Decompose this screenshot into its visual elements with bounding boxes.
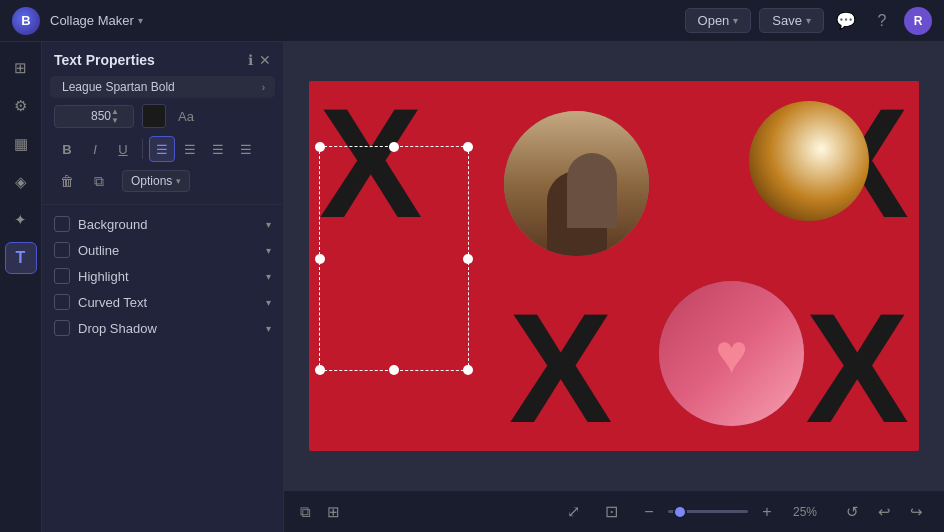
- sidebar-item-elements[interactable]: ✦: [5, 204, 37, 236]
- photo-circle-couple[interactable]: [504, 111, 649, 256]
- canvas-container[interactable]: X X X X: [284, 42, 944, 490]
- handle-mid-left[interactable]: [315, 254, 325, 264]
- size-input[interactable]: [61, 109, 111, 123]
- highlight-property-row[interactable]: Highlight ▾: [42, 263, 283, 289]
- background-property-row[interactable]: Background ▾: [42, 211, 283, 237]
- sidebar-item-grid[interactable]: ▦: [5, 128, 37, 160]
- highlight-checkbox[interactable]: [54, 268, 70, 284]
- text-case-icon[interactable]: Aa: [178, 109, 194, 124]
- zoom-out-button[interactable]: −: [638, 501, 660, 523]
- refresh-icon: ↺: [846, 503, 859, 521]
- panel-header: Text Properties ℹ ✕: [42, 42, 283, 76]
- sidebar-item-layout[interactable]: ⊞: [5, 52, 37, 84]
- chat-icon-btn[interactable]: 💬: [832, 7, 860, 35]
- open-chevron: ▾: [733, 15, 738, 26]
- sidebar-item-shapes[interactable]: ◈: [5, 166, 37, 198]
- curved-text-chevron: ▾: [266, 297, 271, 308]
- highlight-label: Highlight: [78, 269, 258, 284]
- bottom-right-actions: ↺ ↩ ↪: [840, 500, 928, 524]
- help-icon-btn[interactable]: ?: [868, 7, 896, 35]
- info-icon[interactable]: ℹ: [248, 52, 253, 68]
- font-selector[interactable]: League Spartan Bold ›: [50, 76, 275, 98]
- fit-view-button[interactable]: ⤢: [562, 501, 584, 523]
- size-down-btn[interactable]: ▼: [111, 117, 119, 125]
- handle-top-right[interactable]: [463, 142, 473, 152]
- redo-button[interactable]: ↪: [904, 500, 928, 524]
- crop-icon: ⊡: [605, 502, 618, 521]
- user-initial: R: [914, 14, 923, 28]
- layers-icon[interactable]: ⧉: [300, 503, 311, 521]
- align-right-icon: ☰: [212, 142, 224, 157]
- close-icon[interactable]: ✕: [259, 52, 271, 68]
- curved-text-checkbox[interactable]: [54, 294, 70, 310]
- topbar: B Collage Maker ▾ Open ▾ Save ▾ 💬 ? R: [0, 0, 944, 42]
- outline-checkbox[interactable]: [54, 242, 70, 258]
- drop-shadow-label: Drop Shadow: [78, 321, 258, 336]
- photo-circle-kiss[interactable]: [749, 101, 869, 221]
- options-label: Options: [131, 174, 172, 188]
- zoom-slider[interactable]: [668, 510, 748, 513]
- handle-bot-center[interactable]: [389, 365, 399, 375]
- user-avatar[interactable]: R: [904, 7, 932, 35]
- bold-button[interactable]: B: [54, 136, 80, 162]
- crop-button[interactable]: ⊡: [600, 501, 622, 523]
- outline-property-row[interactable]: Outline ▾: [42, 237, 283, 263]
- sidebar-icons: ⊞ ⚙ ▦ ◈ ✦ T: [0, 42, 42, 532]
- font-name-label: League Spartan Bold: [62, 80, 175, 94]
- undo-icon: ↩: [878, 503, 891, 521]
- handle-bot-right[interactable]: [463, 365, 473, 375]
- zoom-in-button[interactable]: +: [756, 501, 778, 523]
- photo-circle-heart[interactable]: [659, 281, 804, 426]
- drop-shadow-property-row[interactable]: Drop Shadow ▾: [42, 315, 283, 341]
- panel-divider-1: [42, 204, 283, 205]
- size-row: ▲ ▼ Aa: [42, 98, 283, 134]
- open-label: Open: [698, 13, 730, 28]
- format-row: B I U ☰ ☰ ☰ ☰: [42, 134, 283, 164]
- outline-label: Outline: [78, 243, 258, 258]
- logo-letter: B: [21, 13, 30, 28]
- align-left-button[interactable]: ☰: [149, 136, 175, 162]
- background-checkbox[interactable]: [54, 216, 70, 232]
- align-right-button[interactable]: ☰: [205, 136, 231, 162]
- italic-button[interactable]: I: [82, 136, 108, 162]
- undo-button[interactable]: ↩: [872, 500, 896, 524]
- delete-button[interactable]: 🗑: [54, 168, 80, 194]
- drop-shadow-checkbox[interactable]: [54, 320, 70, 336]
- duplicate-button[interactable]: ⧉: [86, 168, 112, 194]
- sidebar-item-text[interactable]: T: [5, 242, 37, 274]
- open-button[interactable]: Open ▾: [685, 8, 752, 33]
- curved-text-property-row[interactable]: Curved Text ▾: [42, 289, 283, 315]
- color-swatch[interactable]: [142, 104, 166, 128]
- handle-mid-right[interactable]: [463, 254, 473, 264]
- x-letter-bottom-left: X: [509, 291, 612, 446]
- refresh-button[interactable]: ↺: [840, 500, 864, 524]
- properties-panel: Text Properties ℹ ✕ League Spartan Bold …: [42, 42, 284, 532]
- grid-toggle-icon[interactable]: ⊞: [327, 503, 340, 521]
- chat-icon: 💬: [836, 11, 856, 30]
- underline-button[interactable]: U: [110, 136, 136, 162]
- text-icon: T: [16, 249, 26, 267]
- panel-title: Text Properties: [54, 52, 242, 68]
- align-justify-icon: ☰: [240, 142, 252, 157]
- save-button[interactable]: Save ▾: [759, 8, 824, 33]
- main-body: ⊞ ⚙ ▦ ◈ ✦ T Text Properties ℹ ✕ League S…: [0, 42, 944, 532]
- app-logo[interactable]: B: [12, 7, 40, 35]
- background-label: Background: [78, 217, 258, 232]
- app-name-label: Collage Maker: [50, 13, 134, 28]
- save-label: Save: [772, 13, 802, 28]
- size-input-wrap: ▲ ▼: [54, 105, 134, 128]
- canvas-area: X X X X: [284, 42, 944, 532]
- trash-icon: 🗑: [60, 173, 74, 189]
- sidebar-item-adjustments[interactable]: ⚙: [5, 90, 37, 122]
- app-name-chevron: ▾: [138, 15, 143, 26]
- collage-canvas[interactable]: X X X X: [309, 81, 919, 451]
- align-justify-button[interactable]: ☰: [233, 136, 259, 162]
- help-icon: ?: [878, 12, 887, 30]
- options-button[interactable]: Options ▾: [122, 170, 190, 192]
- handle-bot-left[interactable]: [315, 365, 325, 375]
- tools-row: 🗑 ⧉ Options ▾: [42, 164, 283, 198]
- topbar-actions: Open ▾ Save ▾ 💬 ? R: [685, 7, 932, 35]
- app-name-btn[interactable]: Collage Maker ▾: [50, 13, 143, 28]
- size-up-btn[interactable]: ▲: [111, 108, 119, 116]
- align-center-button[interactable]: ☰: [177, 136, 203, 162]
